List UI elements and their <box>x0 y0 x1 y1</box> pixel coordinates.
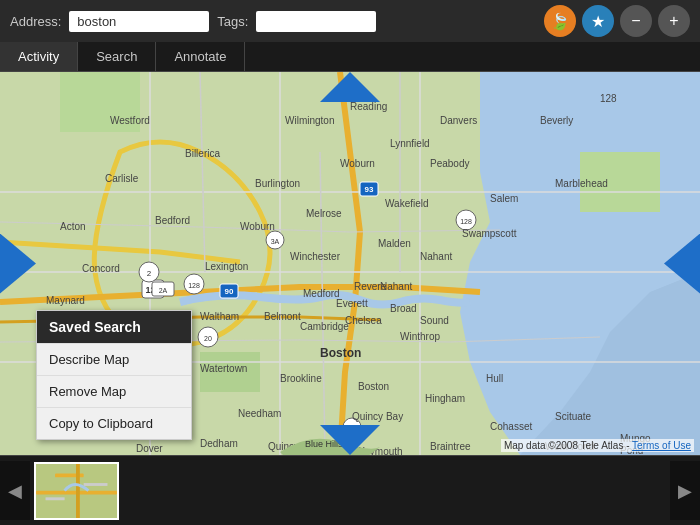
svg-text:Peabody: Peabody <box>430 158 469 169</box>
svg-text:Boston: Boston <box>358 381 389 392</box>
svg-text:Melrose: Melrose <box>306 208 342 219</box>
svg-text:Belmont: Belmont <box>264 311 301 322</box>
copy-to-clipboard-item[interactable]: Copy to Clipboard <box>37 407 191 439</box>
svg-text:Chelsea: Chelsea <box>345 315 382 326</box>
filmstrip-thumb-1[interactable] <box>34 462 119 520</box>
svg-text:Billerica: Billerica <box>185 148 220 159</box>
svg-text:Winthrop: Winthrop <box>400 331 440 342</box>
svg-text:Dover: Dover <box>136 443 163 454</box>
svg-text:Marblehead: Marblehead <box>555 178 608 189</box>
tags-input[interactable] <box>256 11 376 32</box>
svg-rect-91 <box>84 483 108 486</box>
tab-annotate[interactable]: Annotate <box>156 42 245 71</box>
svg-text:Woburn: Woburn <box>340 158 375 169</box>
svg-text:Hingham: Hingham <box>425 393 465 404</box>
svg-text:Burlington: Burlington <box>255 178 300 189</box>
svg-text:Salem: Salem <box>490 193 518 204</box>
svg-text:2A: 2A <box>159 287 168 294</box>
svg-text:Hull: Hull <box>486 373 503 384</box>
svg-text:Everett: Everett <box>336 298 368 309</box>
svg-text:Concord: Concord <box>82 263 120 274</box>
context-menu: Saved Search Describe Map Remove Map Cop… <box>36 310 192 440</box>
star-button[interactable]: ★ <box>582 5 614 37</box>
nav-tabs: Activity Search Annotate <box>0 42 700 72</box>
leaf-button[interactable]: 🍃 <box>544 5 576 37</box>
context-menu-title: Saved Search <box>37 311 191 343</box>
svg-text:128: 128 <box>460 218 472 225</box>
svg-text:Revere: Revere <box>354 281 387 292</box>
address-label: Address: <box>10 14 61 29</box>
tags-label: Tags: <box>217 14 248 29</box>
svg-text:Sound: Sound <box>420 315 449 326</box>
terms-link[interactable]: Terms of Use <box>632 440 691 451</box>
svg-text:Cambridge: Cambridge <box>300 321 349 332</box>
svg-text:Danvers: Danvers <box>440 115 477 126</box>
svg-text:Broad: Broad <box>390 303 417 314</box>
svg-rect-90 <box>46 497 65 500</box>
svg-text:Cohasset: Cohasset <box>490 421 532 432</box>
svg-text:Winchester: Winchester <box>290 251 341 262</box>
tab-activity[interactable]: Activity <box>0 42 78 71</box>
svg-text:90: 90 <box>225 287 234 296</box>
svg-text:Lexington: Lexington <box>205 261 248 272</box>
svg-text:128: 128 <box>600 93 617 104</box>
filmstrip-next[interactable]: ▶ <box>670 461 700 520</box>
filmstrip-content <box>30 462 670 520</box>
svg-text:Needham: Needham <box>238 408 281 419</box>
address-input[interactable] <box>69 11 209 32</box>
describe-map-item[interactable]: Describe Map <box>37 343 191 375</box>
svg-text:3A: 3A <box>271 238 280 245</box>
plus-button[interactable]: + <box>658 5 690 37</box>
svg-text:Acton: Acton <box>60 221 86 232</box>
svg-text:Wilmington: Wilmington <box>285 115 334 126</box>
map-attribution: Map data ©2008 Tele Atlas - Terms of Use <box>501 439 694 452</box>
svg-text:128: 128 <box>188 282 200 289</box>
svg-text:Brookline: Brookline <box>280 373 322 384</box>
svg-text:2: 2 <box>147 269 152 278</box>
svg-text:Beverly: Beverly <box>540 115 573 126</box>
svg-text:20: 20 <box>204 335 212 342</box>
svg-text:Bedford: Bedford <box>155 215 190 226</box>
filmstrip-prev[interactable]: ◀ <box>0 461 30 520</box>
svg-text:Reading: Reading <box>350 101 387 112</box>
filmstrip: ◀ ▶ <box>0 455 700 525</box>
top-icons: 🍃 ★ − + <box>544 5 690 37</box>
remove-map-item[interactable]: Remove Map <box>37 375 191 407</box>
svg-text:Wakefield: Wakefield <box>385 198 429 209</box>
svg-text:Carlisle: Carlisle <box>105 173 139 184</box>
svg-text:Dedham: Dedham <box>200 438 238 449</box>
svg-text:Quincy Bay: Quincy Bay <box>352 411 403 422</box>
svg-text:Braintree: Braintree <box>430 441 471 452</box>
svg-rect-89 <box>76 464 80 519</box>
main-area: 128 90 3 93 2A 3A 128 <box>0 72 700 455</box>
svg-text:Malden: Malden <box>378 238 411 249</box>
svg-text:Scituate: Scituate <box>555 411 592 422</box>
svg-text:Medford: Medford <box>303 288 340 299</box>
svg-text:Watertown: Watertown <box>200 363 247 374</box>
tab-search[interactable]: Search <box>78 42 156 71</box>
svg-text:Waltham: Waltham <box>200 311 239 322</box>
top-bar: Address: Tags: 🍃 ★ − + <box>0 0 700 42</box>
svg-text:93: 93 <box>365 185 374 194</box>
svg-text:Lynnfield: Lynnfield <box>390 138 430 149</box>
svg-text:Boston: Boston <box>320 346 361 360</box>
svg-text:Maynard: Maynard <box>46 295 85 306</box>
svg-text:Westford: Westford <box>110 115 150 126</box>
svg-text:Swampscott: Swampscott <box>462 228 517 239</box>
svg-text:Nahant: Nahant <box>420 251 452 262</box>
svg-text:Woburn: Woburn <box>240 221 275 232</box>
minus-button[interactable]: − <box>620 5 652 37</box>
